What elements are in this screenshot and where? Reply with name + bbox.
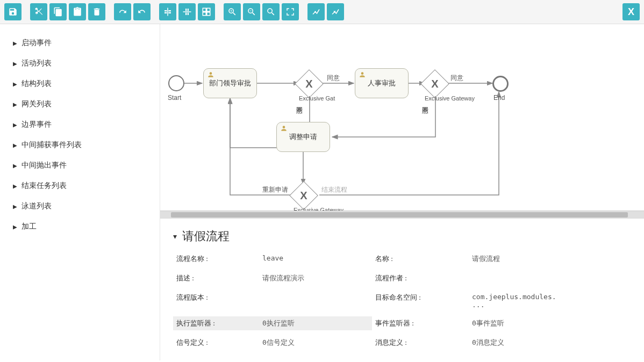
user-icon: [359, 71, 366, 78]
user-icon: [280, 125, 288, 132]
prop-label: 目标命名空间 :: [372, 291, 469, 311]
sidebar-label: 结构列表: [22, 79, 52, 89]
paste-button[interactable]: [69, 3, 86, 20]
sidebar-label: 启动事件: [22, 38, 52, 48]
prop-label: 执行监听器 :: [173, 316, 259, 330]
prop-label: 消息定义 :: [372, 336, 469, 350]
sidebar-label: 泳道列表: [22, 201, 52, 211]
gateway-label: Exclusive Gateway: [425, 95, 475, 102]
diagram-canvas[interactable]: Start 部门领导审批 X Exclusive Gat 同意 不同意 人事审批…: [160, 24, 644, 211]
prop-value[interactable]: 0执行监听: [259, 316, 372, 330]
sidebar-label: 结束任务列表: [22, 181, 67, 191]
prop-label: 流程作者 :: [372, 271, 469, 285]
palette-sidebar: ▶启动事件 ▶活动列表 ▶结构列表 ▶网关列表 ▶边界事件 ▶中间捕获事件列表 …: [0, 24, 160, 360]
sidebar-item[interactable]: ▶边界事件: [13, 114, 147, 135]
sidebar-label: 网关列表: [22, 99, 52, 109]
sidebar-label: 中间捕获事件列表: [22, 140, 82, 150]
start-label: Start: [168, 94, 181, 102]
chevron-right-icon: ▶: [13, 183, 17, 189]
end-event[interactable]: [492, 76, 509, 92]
save-button[interactable]: [4, 3, 22, 20]
flow-label: 同意: [450, 74, 463, 83]
zoom-in-button[interactable]: [224, 3, 241, 20]
chevron-right-icon: ▶: [13, 224, 17, 230]
prop-label: 名称 :: [372, 252, 469, 266]
sidebar-label: 活动列表: [22, 59, 52, 68]
prop-value[interactable]: 0消息定义: [469, 336, 566, 350]
undo-button[interactable]: [133, 3, 151, 20]
prop-value[interactable]: [259, 291, 372, 311]
task-hr[interactable]: 人事审批: [355, 68, 409, 98]
zoom-actual-button[interactable]: [262, 3, 280, 20]
chevron-down-icon[interactable]: ▾: [173, 232, 177, 241]
properties-title: ▾ 请假流程: [173, 224, 631, 252]
task-dept[interactable]: 部门领导审批: [203, 68, 257, 98]
chevron-right-icon: ▶: [13, 81, 17, 87]
gateway-1[interactable]: X: [299, 74, 319, 94]
zoom-out-button[interactable]: [243, 3, 260, 20]
task-label: 调整申请: [289, 132, 317, 142]
same-size-button[interactable]: [198, 3, 215, 20]
prop-label: 事件监听器 :: [372, 316, 469, 330]
prop-value[interactable]: 请假流程演示: [259, 271, 372, 285]
sidebar-item[interactable]: ▶泳道列表: [13, 196, 147, 216]
task-label: 人事审批: [368, 78, 396, 88]
prop-label: 信号定义 :: [173, 336, 259, 350]
flow-label: 重新申请: [262, 185, 288, 194]
align-v-button[interactable]: [159, 3, 176, 20]
chevron-right-icon: ▶: [13, 204, 17, 209]
horizontal-scrollbar[interactable]: [160, 211, 644, 218]
chevron-right-icon: ▶: [13, 163, 17, 169]
prop-value[interactable]: leave: [259, 252, 372, 266]
process-title: 请假流程: [182, 228, 230, 244]
chevron-right-icon: ▶: [13, 40, 17, 46]
flow-arrows: [160, 24, 644, 211]
chevron-right-icon: ▶: [13, 122, 17, 128]
align-h-button[interactable]: [178, 3, 196, 20]
task-label: 部门领导审批: [209, 78, 251, 88]
prop-label: 流程版本 :: [173, 291, 259, 311]
end-label: End: [493, 94, 505, 102]
gateway-2[interactable]: X: [425, 74, 445, 94]
sidebar-item[interactable]: ▶中间捕获事件列表: [13, 135, 147, 155]
delete-button[interactable]: [88, 3, 105, 20]
prop-label: 描述 :: [173, 271, 259, 285]
prop-value[interactable]: 0事件监听: [469, 316, 566, 330]
prop-value[interactable]: 请假流程: [469, 252, 566, 266]
chevron-right-icon: ▶: [13, 142, 17, 148]
prop-value[interactable]: 0信号定义: [259, 336, 372, 350]
sidebar-item[interactable]: ▶网关列表: [13, 94, 147, 114]
close-button[interactable]: X: [622, 3, 640, 20]
chevron-right-icon: ▶: [13, 61, 17, 67]
sidebar-item[interactable]: ▶活动列表: [13, 53, 147, 74]
start-event[interactable]: [168, 75, 184, 91]
bend-del-button[interactable]: [327, 3, 344, 20]
user-icon: [207, 71, 214, 78]
flow-label: 同意: [327, 74, 340, 83]
gateway-label: Exclusive Gat: [299, 95, 335, 102]
prop-label: 流程名称 :: [173, 252, 259, 266]
redo-button[interactable]: [114, 3, 131, 20]
cut-button[interactable]: [30, 3, 47, 20]
bend-add-button[interactable]: [307, 3, 325, 20]
gateway-label: Exclusive Gateway: [294, 207, 344, 211]
chevron-right-icon: ▶: [13, 102, 17, 107]
sidebar-item[interactable]: ▶加工: [13, 216, 147, 237]
properties-panel: ▾ 请假流程 流程名称 :leave名称 :请假流程描述 :请假流程演示流程作者…: [160, 218, 644, 360]
sidebar-label: 边界事件: [22, 120, 52, 129]
flow-label: 结束流程: [321, 185, 347, 194]
gateway-3[interactable]: X: [294, 185, 314, 206]
prop-value[interactable]: [469, 271, 566, 285]
toolbar: X: [0, 0, 644, 24]
task-adjust[interactable]: 调整申请: [276, 122, 330, 152]
sidebar-item[interactable]: ▶启动事件: [13, 33, 147, 53]
sidebar-item[interactable]: ▶结构列表: [13, 74, 147, 94]
prop-value[interactable]: com.jeeplus.modules. ...: [469, 291, 566, 311]
sidebar-label: 中间抛出事件: [22, 161, 67, 170]
sidebar-item[interactable]: ▶中间抛出事件: [13, 155, 147, 176]
svg-point-0: [314, 11, 316, 13]
sidebar-label: 加工: [22, 222, 37, 231]
copy-button[interactable]: [49, 3, 67, 20]
zoom-fit-button[interactable]: [282, 3, 299, 20]
sidebar-item[interactable]: ▶结束任务列表: [13, 176, 147, 196]
